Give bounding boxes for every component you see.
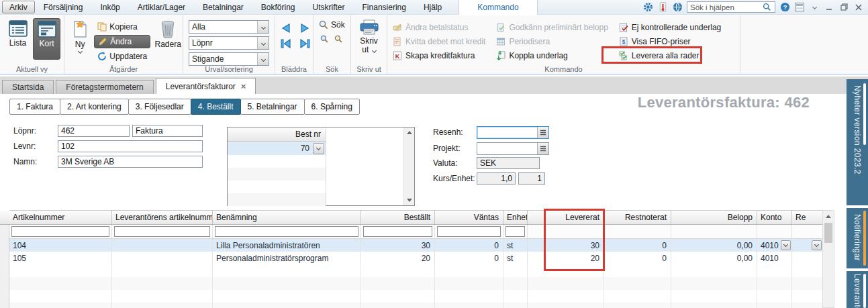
restore-icon[interactable]	[838, 3, 849, 12]
col-enhet[interactable]: Enhet	[503, 211, 528, 224]
radera-button[interactable]: Radera	[153, 18, 183, 61]
subtab-foljesedlar[interactable]: 3. Följesedlar	[128, 99, 191, 115]
levnr-field[interactable]	[58, 140, 203, 152]
bestnr-scrollbar[interactable]	[403, 127, 414, 205]
scroll-up-icon[interactable]	[404, 127, 414, 138]
koppla-underlag-button[interactable]: Koppla underlag	[496, 48, 608, 62]
layout-icon[interactable]	[794, 2, 805, 13]
col-bestallt[interactable]: Beställt	[361, 211, 435, 224]
scroll-down-icon[interactable]	[404, 195, 414, 205]
ny-button[interactable]: Ny	[70, 18, 90, 61]
lopnr-field[interactable]	[58, 125, 130, 137]
menu-arkiv-button[interactable]: Arkiv	[2, 1, 35, 13]
tab-leverantorsfakturor[interactable]: Leverantörsfakturor ×	[156, 78, 256, 94]
first-record-icon[interactable]	[278, 38, 294, 49]
list-picker-icon[interactable]	[537, 127, 548, 138]
visa-fifo-button[interactable]: $ Visa FIFO-priser	[619, 34, 721, 48]
col-re[interactable]: Re	[792, 211, 822, 224]
last-record-icon[interactable]	[297, 38, 313, 49]
sidebar-tab-notifieringar[interactable]: Notifieringar	[847, 208, 868, 268]
ny-dropdown-chevron-icon[interactable]	[78, 49, 83, 54]
urval-select-alla[interactable]: Alla	[189, 20, 269, 34]
chevron-down-icon[interactable]	[257, 37, 269, 49]
col-leverantorens-artikelnummer[interactable]: Leverantörens artikelnummer	[112, 211, 213, 224]
help-search-input[interactable]	[687, 3, 761, 12]
chevron-down-icon[interactable]	[809, 2, 820, 13]
globe-icon[interactable]	[672, 2, 683, 13]
col-konto[interactable]: Konto	[757, 211, 792, 224]
menu-artiklar-lager[interactable]: Artiklar/Lager	[129, 0, 194, 15]
namn-field[interactable]	[58, 156, 203, 168]
next-record-icon[interactable]	[297, 22, 313, 34]
printer-icon[interactable]	[359, 19, 379, 36]
sort-select-lopnr[interactable]: Löpnr	[189, 36, 269, 50]
thermometer-icon[interactable]	[657, 2, 668, 13]
subtab-betalningar[interactable]: 5. Betalningar	[240, 99, 305, 115]
table-row[interactable]: 104 Lilla Personaladministratören 30 0 s…	[9, 239, 822, 252]
close-tab-icon[interactable]: ×	[241, 83, 246, 90]
filter-enhet-input[interactable]	[505, 226, 525, 237]
col-benamning[interactable]: Benämning	[213, 211, 361, 224]
chevron-down-icon[interactable]	[257, 21, 269, 33]
filter-bestallt-input[interactable]	[363, 226, 432, 237]
zoom-in-icon[interactable]	[320, 35, 328, 43]
subtab-art-kontering[interactable]: 2. Art kontering	[60, 99, 129, 115]
table-scrollbar[interactable]	[822, 210, 834, 308]
menu-betalningar[interactable]: Betalningar	[194, 0, 252, 15]
tab-startsida[interactable]: Startsida	[2, 80, 54, 94]
filter-leverantorens-artikelnummer-input[interactable]	[114, 226, 210, 237]
filter-artikelnummer-input[interactable]	[11, 226, 109, 237]
leverera-alla-rader-button[interactable]: Leverera alla rader	[619, 48, 721, 62]
col-vantas[interactable]: Väntas	[435, 211, 503, 224]
menu-kommando-tab[interactable]: Kommando	[459, 0, 537, 15]
menu-hjalp[interactable]: Hjälp	[415, 0, 450, 15]
skriv-ut-button[interactable]: Skriv ut	[360, 37, 378, 54]
minimize-icon[interactable]	[824, 3, 834, 12]
col-restnoterat[interactable]: Restnoterat	[604, 211, 671, 224]
zoom-out-icon[interactable]	[334, 35, 342, 43]
sidebar-tab-leverantor[interactable]: Leverantör - 3M Sverige	[847, 271, 868, 308]
menu-inkop[interactable]: Inköp	[91, 0, 128, 15]
previous-record-icon[interactable]	[278, 22, 294, 34]
filter-benamning-input[interactable]	[215, 226, 358, 237]
col-levererat[interactable]: Levererat	[528, 211, 604, 224]
help-icon[interactable]: ?	[779, 2, 790, 13]
table-row[interactable]: 105 Personaladministratörsprogram 20 0 s…	[9, 252, 822, 264]
sok-button[interactable]: Sök	[319, 20, 350, 30]
chevron-down-icon[interactable]	[257, 53, 269, 65]
kopiera-button[interactable]: Kopiera	[94, 20, 150, 34]
andra-button[interactable]: Ändra	[94, 35, 150, 48]
uppdatera-button[interactable]: Uppdatera	[94, 50, 150, 63]
col-belopp[interactable]: Belopp	[671, 211, 757, 224]
search-icon[interactable]	[761, 2, 772, 13]
sort-select-stigande[interactable]: Stigande	[189, 52, 269, 66]
konto-dropdown-button[interactable]	[781, 240, 791, 250]
filter-vantas-input[interactable]	[437, 226, 501, 237]
projekt-field[interactable]	[477, 142, 549, 155]
invoice-type-field[interactable]	[132, 125, 203, 137]
menu-bokforing[interactable]: Bokföring	[252, 0, 304, 15]
menu-forsaljning[interactable]: Försäljning	[35, 0, 92, 15]
scroll-up-icon[interactable]	[823, 211, 834, 221]
subtab-faktura[interactable]: 1. Faktura	[9, 99, 60, 115]
skapa-kreditfaktura-button[interactable]: K Skapa kreditfaktura	[393, 48, 485, 62]
ej-kontrollerade-button[interactable]: Ej kontrollerade underlag	[619, 20, 721, 34]
tab-foretagstermometern[interactable]: Företagstermometern	[56, 80, 153, 94]
menu-finansiering[interactable]: Finansiering	[354, 0, 415, 15]
gear-icon[interactable]	[642, 2, 653, 13]
sidebar-tab-nyheter[interactable]: Nyheter version 2023.2	[847, 79, 868, 205]
lista-button[interactable]: Lista	[4, 18, 32, 60]
subtab-bestallt[interactable]: 4. Beställt	[191, 99, 241, 115]
close-icon[interactable]	[853, 3, 864, 12]
menu-utskrifter[interactable]: Utskrifter	[304, 0, 354, 15]
subtab-sparning[interactable]: 6. Spårning	[304, 99, 360, 115]
scrollbar-thumb[interactable]	[824, 223, 832, 243]
resenh-field[interactable]	[477, 126, 549, 139]
list-picker-icon[interactable]	[537, 143, 548, 154]
bestnr-dropdown-button[interactable]	[313, 143, 324, 154]
kort-button[interactable]: Kort	[33, 18, 60, 60]
bestnr-column-header[interactable]: Best nr	[228, 127, 326, 142]
col-artikelnummer[interactable]: Artikelnummer	[9, 211, 112, 224]
bestnr-row[interactable]: 70	[228, 142, 326, 155]
re-dropdown-button[interactable]	[812, 240, 822, 250]
